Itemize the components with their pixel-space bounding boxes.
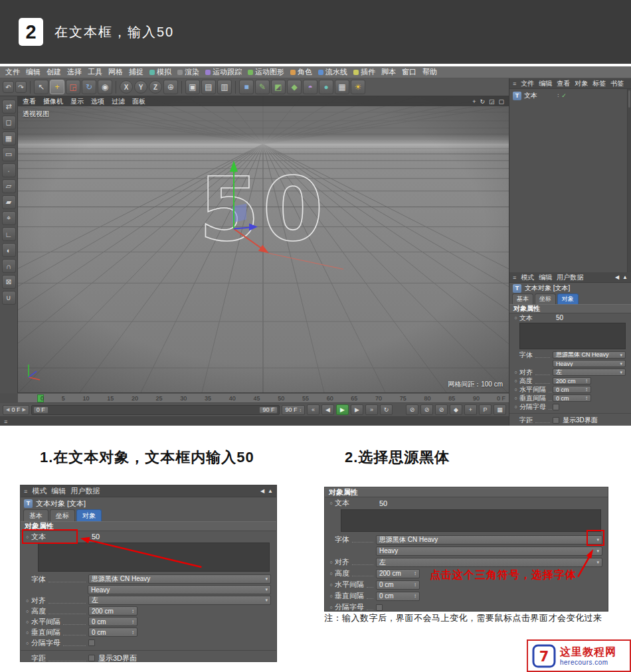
tab-object[interactable]: 对象 (557, 294, 579, 304)
keyable-dot-icon[interactable]: ○ (23, 609, 31, 614)
height-field[interactable]: 200 cm↕ (88, 606, 137, 616)
lock-workplane-icon[interactable]: ⊠ (2, 275, 16, 289)
undo-icon[interactable]: ↶ (3, 81, 14, 93)
menu-motion-tracker[interactable]: 运动跟踪 (205, 67, 242, 77)
menu-mograph[interactable]: 运动图形 (248, 67, 284, 77)
keyable-dot-icon[interactable]: ○ (512, 387, 519, 392)
play-button[interactable]: ▶ (336, 404, 349, 415)
attr-menu-userdata[interactable]: 用户数据 (557, 273, 583, 282)
separate-checkbox[interactable] (88, 639, 95, 646)
timeline-ruler[interactable]: 0 5 10 15 20 25 30 35 40 45 50 55 60 65 … (18, 393, 509, 403)
vp-menu-view[interactable]: 查看 (23, 97, 36, 106)
font-dropdown[interactable]: 思源黑体 CN Heavy▾ (553, 351, 626, 359)
keyable-dot-icon[interactable]: ○ (327, 560, 335, 564)
site-logo[interactable]: 7 这里教程网 herecours.com (527, 639, 631, 672)
om-menu-view[interactable]: 查看 (557, 79, 570, 88)
zoom-icon[interactable]: ◲ (489, 98, 495, 105)
keyable-dot-icon[interactable]: ○ (512, 404, 519, 409)
menu-script[interactable]: 脚本 (381, 67, 396, 77)
om-menu-edit[interactable]: 编辑 (539, 79, 552, 88)
toggle-layout-icon[interactable]: ▢ (498, 98, 504, 105)
range-end-knob[interactable]: 90 F (259, 406, 278, 414)
chevron-down-icon[interactable]: ▾ (262, 598, 268, 603)
ruler-icon[interactable]: ∟ (2, 227, 16, 241)
attr-menu-edit[interactable]: 编辑 (539, 273, 552, 282)
hgap-field[interactable]: 0 cm↕ (88, 617, 137, 626)
lock-x-icon[interactable]: X (120, 80, 133, 94)
spinner-icon[interactable]: ↕ (583, 395, 588, 401)
redo-icon[interactable]: ↷ (15, 81, 27, 93)
polygons-mode-icon[interactable]: ▰ (2, 195, 16, 209)
autokey-button[interactable]: + (464, 404, 477, 415)
spinner-icon[interactable]: ↕ (583, 386, 588, 392)
text-value[interactable]: 50 (379, 499, 387, 507)
history-up-icon[interactable]: ▲ (622, 274, 628, 280)
chevron-down-icon[interactable]: ▾ (262, 587, 268, 592)
frame-increment-icon[interactable]: ▶ (22, 407, 25, 412)
om-menu-file[interactable]: 文件 (521, 79, 534, 88)
align-dropdown[interactable]: 左▾ (376, 558, 602, 567)
vp-menu-display[interactable]: 显示 (70, 97, 84, 106)
hgap-field[interactable]: 0 cm↕ (376, 580, 420, 590)
font-style-dropdown[interactable]: Heavy▾ (553, 360, 626, 367)
height-field[interactable]: 200 cm↕ (376, 569, 420, 578)
attr-menu-mode[interactable]: 模式 (32, 486, 46, 496)
goto-end-button[interactable]: » (365, 404, 378, 415)
keyframe-button[interactable]: ◆ (450, 404, 462, 415)
attr-menu-userdata[interactable]: 用户数据 (70, 486, 100, 496)
chevron-down-icon[interactable]: ▾ (617, 353, 622, 358)
menu-pipeline[interactable]: 流水线 (318, 67, 347, 77)
text-value[interactable]: 50 (92, 533, 100, 541)
environment-icon[interactable]: ● (319, 80, 333, 94)
coord-system-icon[interactable]: ⊕ (163, 80, 178, 94)
panel-grid-icon[interactable]: ≡ (24, 488, 27, 495)
points-mode-icon[interactable]: ∙ (2, 163, 16, 177)
keyable-dot-icon[interactable]: ○ (23, 598, 31, 603)
workplane-icon[interactable]: ▭ (2, 147, 16, 161)
keyable-dot-icon[interactable]: ○ (23, 620, 31, 624)
end-frame-spinner-icon[interactable]: ↕ (300, 408, 302, 412)
menu-create[interactable]: 创建 (46, 67, 61, 77)
preview-range-slider[interactable]: 0 F 90 F (31, 405, 280, 415)
spline-pen-icon[interactable]: ✎ (255, 80, 270, 94)
deformer-icon[interactable]: ◓ (303, 80, 317, 94)
keyable-dot-icon[interactable]: ○ (327, 594, 335, 598)
menu-plugins[interactable]: 插件 (353, 67, 375, 77)
spinner-icon[interactable]: ↕ (412, 570, 416, 576)
menu-snap[interactable]: 捕捉 (129, 67, 143, 77)
text-input-area[interactable] (519, 323, 626, 349)
current-frame-field[interactable]: ◀ 0 F ▶ (3, 405, 29, 415)
visibility-dots-icon[interactable]: ∶ (557, 92, 559, 99)
menu-character[interactable]: 角色 (290, 67, 312, 77)
scale-tool-icon[interactable]: ◲ (66, 80, 80, 94)
separate-checkbox[interactable] (376, 604, 383, 611)
separate-checkbox[interactable] (553, 404, 559, 410)
font-dropdown[interactable]: 思源黑体 CN Heavy▾ (376, 535, 602, 545)
history-back-icon[interactable]: ◀ (615, 274, 619, 280)
keyable-dot-icon[interactable]: ○ (327, 605, 335, 610)
hand-icon[interactable]: ◐ (2, 243, 16, 257)
chevron-down-icon[interactable]: ▾ (617, 361, 622, 367)
record-position-button[interactable]: ⊘ (406, 404, 418, 415)
text-object-3d[interactable]: 50 (199, 159, 326, 260)
loop-button[interactable]: ↻ (380, 404, 393, 415)
om-menu-tags[interactable]: 标签 (592, 79, 606, 88)
attr-menu-edit[interactable]: 编辑 (51, 486, 66, 496)
frame-decrement-icon[interactable]: ◀ (6, 407, 9, 412)
mograph-icon[interactable]: ◆ (287, 80, 302, 94)
show3d-checkbox[interactable] (88, 655, 95, 661)
move-tool-icon[interactable]: + (50, 80, 64, 94)
record-rotation-button[interactable]: ⊘ (435, 404, 448, 415)
keyable-dot-icon[interactable]: ○ (512, 396, 519, 400)
enable-axis-icon[interactable]: ⌖ (2, 211, 16, 225)
spinner-icon[interactable]: ↕ (412, 582, 416, 588)
live-selection-icon[interactable]: ↖ (34, 80, 48, 94)
vp-menu-filter[interactable]: 过滤 (112, 97, 125, 106)
om-menu-objects[interactable]: 对象 (575, 79, 588, 88)
viewport-canvas[interactable]: 50 (18, 96, 509, 392)
parameter-button[interactable]: P (479, 404, 492, 415)
vgap-field[interactable]: 0 cm↕ (553, 394, 591, 402)
menu-render[interactable]: 渲染 (177, 67, 199, 77)
magnet-icon[interactable]: ∪ (2, 291, 16, 305)
chevron-down-icon[interactable]: ▾ (594, 548, 599, 554)
